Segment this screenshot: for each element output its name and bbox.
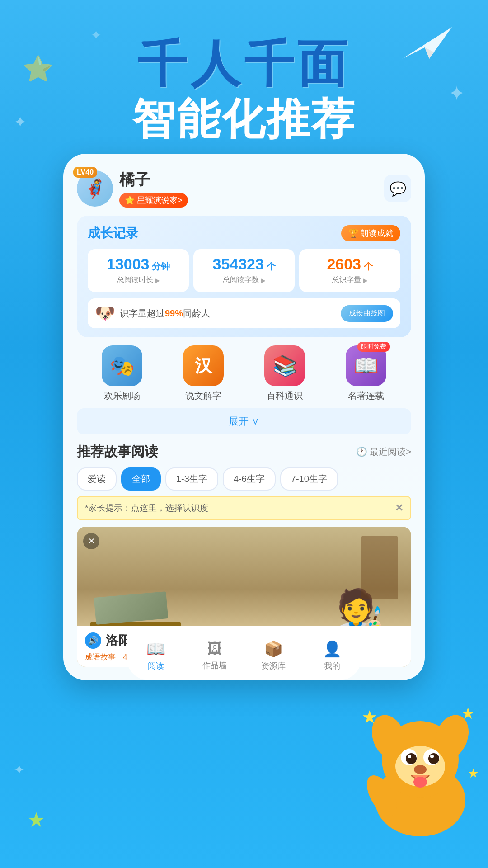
- filter-tab-2[interactable]: 1-3生字: [165, 467, 218, 491]
- hero-title-1: 千人千面: [0, 36, 488, 91]
- bottom-nav: 📖 阅读 🖼 作品墙 📦 资源库 👤 我的: [127, 632, 361, 680]
- svg-text:★: ★: [461, 704, 475, 722]
- growth-header: 成长记录 🏆 朗读成就: [88, 225, 400, 242]
- svg-point-13: [414, 765, 427, 774]
- story-speaker-icon: 🔊: [85, 632, 101, 649]
- nav-icon-works: 🖼: [207, 640, 222, 657]
- feature-item-2[interactable]: 📚 百科通识: [264, 345, 305, 402]
- svg-point-12: [430, 755, 434, 758]
- filter-tabs: 爱读 全部 1-3生字 4-6生字 7-10生字: [77, 467, 411, 491]
- chat-icon[interactable]: 💬: [384, 175, 411, 202]
- expand-button[interactable]: 展开 ∨: [77, 408, 411, 434]
- nav-icon-read: 📖: [146, 640, 165, 658]
- tip-text: *家长提示：点这里，选择认识度: [85, 502, 208, 514]
- phone-mockup: 🦸 LV40 橘子 ⭐ 星耀演说家> 💬 成长记录 🏆 朗读成就 13003 分…: [63, 154, 425, 680]
- feature-label-3: 名著连载: [348, 390, 384, 402]
- deco-star-bottom-1: ★: [27, 808, 45, 832]
- free-badge: 限时免费: [357, 342, 390, 352]
- feature-label-1: 说文解字: [185, 390, 221, 402]
- nav-label-profile: 我的: [324, 660, 340, 671]
- story-door: [361, 536, 398, 599]
- feature-item-3[interactable]: 📖 限时免费 名著连载: [346, 345, 386, 402]
- nav-item-works[interactable]: 🖼 作品墙: [185, 640, 244, 671]
- star-badge[interactable]: ⭐ 星耀演说家>: [119, 193, 188, 208]
- profile-header: 🦸 LV40 橘子 ⭐ 星耀演说家> 💬: [77, 170, 411, 208]
- svg-point-10: [428, 753, 439, 764]
- feature-item-1[interactable]: 汉 说文解字: [183, 345, 224, 402]
- literacy-left: 🐶 识字量超过99%同龄人: [95, 304, 210, 323]
- nav-item-resources[interactable]: 📦 资源库: [244, 640, 303, 671]
- feature-label-2: 百科通识: [267, 390, 303, 402]
- stat-label-literacy: 总识字量 ▶: [304, 275, 396, 285]
- svg-text:★: ★: [468, 766, 479, 780]
- feature-label-0: 欢乐剧场: [104, 390, 140, 402]
- deco-star-bottom-2: ✦: [14, 762, 25, 778]
- stat-reading-time[interactable]: 13003 分钟 总阅读时长 ▶: [88, 249, 189, 292]
- story-title: 推荐故事阅读: [77, 443, 158, 461]
- dog-mascot: ★ ★ ★: [352, 687, 488, 845]
- nav-label-read: 阅读: [148, 660, 164, 671]
- filter-tab-4[interactable]: 7-10生字: [280, 467, 338, 491]
- feature-icon-1: 汉: [183, 345, 224, 386]
- stats-row: 13003 分钟 总阅读时长 ▶ 354323 个 总阅读字数 ▶ 2603 个: [88, 249, 400, 292]
- stat-label-time: 总阅读时长 ▶: [92, 275, 184, 285]
- level-badge: LV40: [73, 167, 97, 178]
- hero-title-2: 智能化推荐: [0, 95, 488, 143]
- svg-point-14: [413, 777, 427, 788]
- nav-item-profile[interactable]: 👤 我的: [303, 640, 361, 671]
- nav-icon-resources: 📦: [264, 640, 283, 658]
- filter-tab-0[interactable]: 爱读: [77, 467, 117, 491]
- feature-item-0[interactable]: 🎭 欢乐剧场: [102, 345, 142, 402]
- chat-symbol: 💬: [389, 181, 406, 197]
- curve-button[interactable]: 成长曲线图: [341, 305, 393, 322]
- nav-label-resources: 资源库: [261, 660, 286, 671]
- story-close-button[interactable]: ✕: [83, 533, 99, 549]
- stat-number-literacy: 2603 个: [304, 256, 396, 273]
- stat-number-words: 354323 个: [198, 256, 290, 273]
- reading-badge[interactable]: 🏆 朗读成就: [341, 225, 400, 241]
- svg-text:★: ★: [361, 707, 378, 727]
- stat-label-words: 总阅读字数 ▶: [198, 275, 290, 285]
- profile-info: 橘子 ⭐ 星耀演说家>: [119, 170, 188, 208]
- tip-close-button[interactable]: ✕: [395, 502, 403, 514]
- hero-section: 千人千面 智能化推荐: [0, 0, 488, 143]
- stat-number-time: 13003 分钟: [92, 256, 184, 273]
- story-type: 成语故事: [85, 652, 116, 662]
- tip-banner[interactable]: *家长提示：点这里，选择认识度 ✕: [77, 496, 411, 520]
- stat-literacy[interactable]: 2603 个 总识字量 ▶: [299, 249, 400, 292]
- recent-read-link[interactable]: 🕐 最近阅读>: [356, 446, 411, 458]
- nav-label-works: 作品墙: [202, 660, 227, 671]
- story-header: 推荐故事阅读 🕐 最近阅读>: [77, 443, 411, 461]
- feature-icon-2: 📚: [264, 345, 305, 386]
- profile-name: 橘子: [119, 170, 188, 190]
- filter-tab-1[interactable]: 全部: [121, 467, 161, 491]
- nav-icon-profile: 👤: [323, 640, 342, 658]
- filter-tab-3[interactable]: 4-6生字: [223, 467, 276, 491]
- growth-title: 成长记录: [88, 225, 138, 242]
- svg-point-9: [406, 753, 417, 764]
- nav-item-read[interactable]: 📖 阅读: [127, 640, 185, 671]
- profile-left: 🦸 LV40 橘子 ⭐ 星耀演说家>: [77, 170, 188, 208]
- svg-point-11: [408, 755, 411, 758]
- literacy-text: 识字量超过99%同龄人: [120, 307, 210, 320]
- feature-icon-0: 🎭: [102, 345, 142, 386]
- stat-word-count[interactable]: 354323 个 总阅读字数 ▶: [193, 249, 295, 292]
- literacy-row: 🐶 识字量超过99%同龄人 成长曲线图: [88, 298, 400, 328]
- avatar-wrap: 🦸 LV40: [77, 170, 113, 207]
- growth-card: 成长记录 🏆 朗读成就 13003 分钟 总阅读时长 ▶ 354323 个 总阅…: [77, 216, 411, 337]
- dog-emoji-icon: 🐶: [95, 304, 115, 323]
- features-grid: 🎭 欢乐剧场 汉 说文解字 📚 百科通识 📖 限时免费 名著连载: [77, 345, 411, 402]
- feature-icon-3: 📖 限时免费: [346, 345, 386, 386]
